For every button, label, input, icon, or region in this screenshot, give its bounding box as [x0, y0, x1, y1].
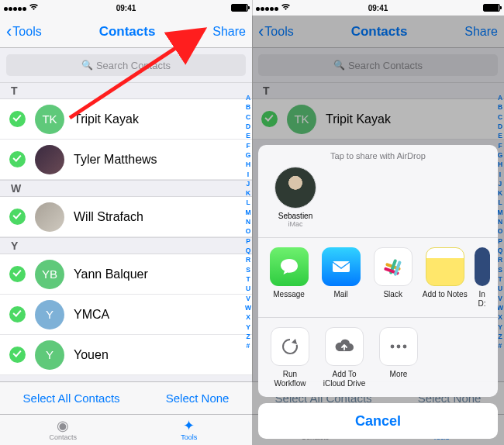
select-none-button[interactable]: Select None [166, 392, 230, 405]
tab-bar: ◉ Contacts ✦ Tools [0, 414, 252, 445]
section-header-w: W [0, 180, 252, 197]
cellular-signal-icon [4, 4, 27, 12]
contact-row[interactable]: YB Yann Balquer [0, 254, 252, 295]
share-sheet: Tap to share with AirDrop Sebastien iMac… [258, 145, 498, 439]
cellular-signal-icon [256, 4, 279, 12]
phone-right: 09:41 ‹Tools Contacts Share 🔍Search Cont… [252, 0, 504, 445]
status-bar-time: 09:41 [337, 4, 419, 12]
status-bar: 09:41 [252, 0, 504, 16]
share-button[interactable]: Share [212, 25, 246, 39]
contact-row[interactable]: Y YMCA [0, 295, 252, 335]
tab-label: Contacts [49, 433, 77, 441]
search-input[interactable]: 🔍 Search Contacts [6, 54, 246, 76]
contact-name: Will Strafach [74, 210, 143, 224]
airdrop-row: Sebastien iMac [258, 164, 498, 237]
action-label: Add To [333, 370, 357, 379]
checkmark-icon[interactable] [9, 266, 26, 282]
battery-icon [231, 4, 248, 12]
status-bar-left [4, 3, 85, 12]
search-icon: 🔍 [81, 60, 93, 71]
sync-icon [271, 327, 309, 366]
share-app-message[interactable]: Message [263, 247, 315, 308]
wifi-icon [29, 3, 39, 12]
phone-left: 09:41 ‹ Tools Contacts Share 🔍 Search Co… [0, 0, 252, 445]
avatar: YB [35, 260, 64, 289]
back-label: Tools [12, 25, 41, 39]
checkmark-icon[interactable] [9, 306, 26, 323]
cancel-button[interactable]: Cancel [258, 403, 498, 439]
checkmark-icon[interactable] [9, 111, 26, 127]
share-app-peek[interactable]: In D: [471, 247, 493, 308]
action-label: More [390, 370, 408, 379]
avatar [35, 202, 64, 232]
airdrop-title: Tap to share with AirDrop [258, 145, 498, 164]
app-label: Add to Notes [423, 290, 468, 299]
select-all-button[interactable]: Select All Contacts [23, 392, 120, 405]
share-app-mail[interactable]: Mail [315, 247, 367, 308]
contact-row[interactable]: TK Tripit Kayak [0, 99, 252, 140]
action-icloud-drive[interactable]: Add To iCloud Drive [317, 327, 371, 388]
tab-contacts[interactable]: ◉ Contacts [0, 415, 126, 445]
avatar: Y [35, 300, 64, 329]
battery-icon [483, 4, 500, 12]
avatar: Y [35, 340, 64, 370]
share-app-slack[interactable]: Slack [367, 247, 419, 308]
status-bar-time: 09:41 [85, 4, 167, 12]
action-more[interactable]: More [371, 327, 426, 388]
search-wrap: 🔍 Search Contacts [0, 48, 252, 82]
app-label: Mail [333, 290, 347, 299]
checkmark-icon[interactable] [9, 347, 26, 363]
airdrop-avatar [274, 167, 316, 209]
contact-row[interactable]: Tyler Matthews [0, 140, 252, 180]
contact-row[interactable]: Will Strafach [0, 197, 252, 237]
contact-name: YMCA [74, 308, 109, 322]
cloud-upload-icon [325, 327, 364, 366]
search-placeholder: Search Contacts [96, 60, 171, 71]
contact-name: Youen [74, 348, 109, 362]
action-run-workflow[interactable]: Run Workflow [263, 327, 317, 388]
contact-row[interactable]: Y Youen [0, 335, 252, 375]
chevron-left-icon: ‹ [6, 23, 12, 40]
section-header-t: T [0, 82, 252, 99]
svg-point-5 [391, 345, 395, 349]
share-app-notes[interactable]: Add to Notes [419, 247, 471, 308]
svg-point-7 [403, 345, 407, 349]
navbar: ‹ Tools Contacts Share [0, 16, 252, 48]
section-index[interactable]: ABCDEFGHIJKLMNOPQRSTUVWXYZ# [245, 93, 251, 350]
airdrop-sub: iMac [288, 220, 302, 228]
slack-icon [374, 247, 413, 286]
share-panel: Tap to share with AirDrop Sebastien iMac… [258, 145, 498, 397]
back-button[interactable]: ‹ Tools [6, 23, 42, 40]
app-label: In [478, 290, 485, 299]
checkmark-icon[interactable] [9, 209, 26, 225]
status-bar: 09:41 [0, 0, 252, 16]
section-header-y: Y [0, 237, 252, 254]
action-label: iCloud Drive [323, 379, 365, 388]
share-apps-row: Message Mail Slack Add to Notes [258, 237, 498, 317]
svg-point-6 [397, 345, 401, 349]
app-label: D: [478, 299, 486, 309]
app-label: Slack [383, 290, 402, 299]
contact-name: Tripit Kayak [74, 112, 139, 126]
action-label: Workflow [274, 379, 306, 388]
mail-icon [322, 247, 361, 286]
airdrop-recipient[interactable]: Sebastien iMac [269, 167, 322, 228]
airdrop-name: Sebastien [278, 212, 312, 220]
tab-label: Tools [181, 433, 197, 441]
tab-tools[interactable]: ✦ Tools [126, 415, 253, 445]
contact-name: Yann Balquer [74, 267, 148, 281]
app-icon [475, 247, 490, 286]
more-icon [379, 327, 418, 366]
checkmark-icon[interactable] [9, 151, 26, 167]
contacts-icon: ◉ [57, 419, 69, 433]
notes-icon [426, 247, 464, 286]
action-label: Run [283, 370, 297, 379]
message-icon [270, 247, 309, 286]
page-title: Contacts [99, 24, 156, 40]
wifi-icon [281, 3, 291, 12]
svg-rect-0 [333, 261, 350, 272]
avatar: TK [35, 105, 64, 134]
status-bar-right [167, 4, 248, 12]
bottom-bar: Select All Contacts Select None [0, 381, 252, 414]
share-actions-row: Run Workflow Add To iCloud Drive More [258, 317, 498, 397]
